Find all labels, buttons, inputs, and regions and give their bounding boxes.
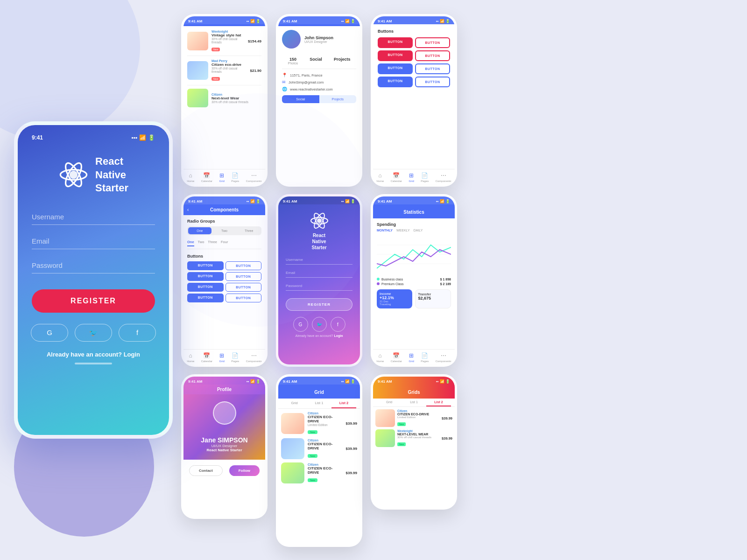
grids-title: Grids [408, 390, 420, 395]
blue-outline-btn-2[interactable]: BUTTON [415, 77, 450, 87]
shop-sub-1: 30% off chill casual threads [211, 37, 245, 44]
btn-nav-calendar[interactable]: 📅Calendar [391, 172, 402, 182]
components-icon-3: ⋯ [441, 172, 446, 179]
grids-tab-grid[interactable]: Grid [377, 399, 402, 406]
blue-solid-btn-2[interactable]: BUTTON [378, 77, 413, 87]
grids-badge-2: New [397, 442, 406, 446]
comp-title: Components [210, 207, 239, 212]
shop-price-1: $154.49 [248, 39, 261, 43]
grids-tab-list1[interactable]: List 1 [402, 399, 426, 406]
profile-company: React Native Starter [183, 448, 265, 452]
password-input[interactable] [32, 258, 155, 273]
comp-nav-pages[interactable]: 📄Pages [231, 352, 239, 363]
app-name: ReactNativeStarter [95, 155, 128, 195]
weekly-tab[interactable]: WEEKLY [396, 229, 410, 232]
daily-tab[interactable]: DAILY [414, 229, 423, 232]
grid-header: Grid [278, 385, 360, 399]
userinfo-name: John Simpson [304, 35, 333, 40]
reg-facebook-button[interactable]: f [331, 317, 345, 332]
profile-header: Profile [183, 385, 265, 394]
grid-item-2: Citizen CITIZEN ECO-DRIVE New $39.99 [281, 438, 357, 459]
grid-tabs: Grid List 1 List 2 [278, 399, 360, 409]
social-buttons: G 🐦 f [31, 324, 156, 342]
btn-nav-pages[interactable]: 📄Pages [421, 172, 429, 182]
pink-outline-btn-2[interactable]: BUTTON [415, 50, 450, 61]
website-text: www.reactnativestarter.com [290, 87, 333, 91]
grid-brand-3: Citizen [308, 463, 343, 466]
grids-header: Grids [373, 385, 455, 399]
grids-brand-1: Citizen [397, 409, 439, 413]
comp-nav-home[interactable]: ⌂Home [187, 352, 194, 363]
monthly-tab[interactable]: MONTHLY [377, 229, 393, 232]
username-input[interactable] [32, 209, 155, 225]
grids-name-1: CITIZEN ECO-DRIVE [397, 413, 439, 416]
pink-solid-btn-2[interactable]: BUTTON [378, 50, 413, 61]
statistics-phone: 9:41 AM ▪▪ 📶 🔋 Statistics Spending MONTH… [371, 194, 457, 367]
income-change: +12.1% [380, 295, 409, 300]
calendar-icon-3: 📅 [393, 172, 400, 179]
facebook-social-button[interactable]: f [119, 324, 156, 342]
stats-nav-components[interactable]: ⋯Components [436, 352, 451, 363]
profile-phone: 9:41 AM ▪▪ 📶 🔋 Profile Jane SIMPSON UI/U… [181, 374, 268, 519]
grid-tab-grid[interactable]: Grid [282, 399, 307, 408]
reg-login-link[interactable]: Login [334, 334, 343, 337]
grid-price-2: $39.99 [346, 447, 357, 451]
btn-nav-home[interactable]: ⌂Home [376, 172, 384, 182]
pages-icon-3: 📄 [421, 172, 428, 179]
stats-nav-pages[interactable]: 📄Pages [421, 352, 429, 363]
grid-name-1: CITIZEN ECO-DRIVE [308, 415, 343, 423]
comp-back-button[interactable]: ‹ [187, 207, 189, 212]
grids-name-2: NEXT-LEVEL WEAR [397, 433, 439, 436]
btn-nav-components[interactable]: ⋯Components [436, 172, 451, 182]
shop-price-2: $21.90 [250, 69, 261, 73]
blue-solid-btn-1[interactable]: BUTTON [378, 63, 413, 74]
btn-nav-grid[interactable]: ⊞Grid [409, 172, 414, 182]
battery-icon: 🔋 [148, 134, 155, 141]
twitter-social-button[interactable]: 🐦 [75, 324, 112, 342]
profile-name: Jane SIMPSON [183, 436, 265, 444]
email-input[interactable] [32, 233, 155, 249]
profile-follow-button[interactable]: Follow [229, 465, 260, 476]
comp-nav-components[interactable]: ⋯Components [246, 352, 262, 363]
profile-time: 9:41 AM [188, 379, 202, 384]
login-link[interactable]: Login [124, 351, 140, 358]
grid-tab-list2[interactable]: List 2 [331, 399, 356, 408]
stats-status-icons: ▪▪ 📶 🔋 [436, 199, 450, 203]
comp-nav-grid[interactable]: ⊞Grid [219, 352, 224, 363]
userinfo-stats: 150 Photos Social Projects [282, 53, 356, 69]
location-row: 📍 11571, Paris, France [282, 73, 356, 77]
stats-nav-grid[interactable]: ⊞Grid [409, 352, 414, 363]
main-status-icons: ▪▪▪ 📶 🔋 [131, 134, 155, 141]
grid-phone: 9:41 AM ▪▪ 📶 🔋 Grid Grid List 1 List 2 C… [276, 374, 362, 547]
grid-info-3: Citizen CITIZEN ECO-DRIVE New [308, 463, 343, 483]
home-icon-3: ⌂ [379, 172, 382, 179]
grid-brand-1: Citizen [308, 412, 343, 415]
stats-nav-calendar[interactable]: 📅Calendar [391, 352, 402, 363]
grid-tab-list1[interactable]: List 1 [307, 399, 331, 408]
website-icon: 🌐 [282, 87, 287, 91]
stats-nav-home[interactable]: ⌂Home [376, 352, 384, 363]
comp-nav-calendar[interactable]: 📅Calendar [201, 352, 212, 363]
profile-contact-button[interactable]: Contact [189, 465, 223, 476]
premium-name: Premium Class [381, 282, 403, 286]
profile-avatar [213, 401, 236, 425]
projects-tab[interactable]: Projects [319, 95, 357, 103]
grids-tab-list2[interactable]: List 2 [426, 399, 451, 406]
stats-status-bar: 9:41 AM ▪▪ 📶 🔋 [373, 196, 455, 204]
svg-point-0 [70, 171, 78, 179]
register-button[interactable]: REGISTER [32, 289, 155, 313]
buttons-phone: 9:41 AM ▪▪ 📶 🔋 Buttons BUTTON BUTTON BUT… [371, 14, 457, 187]
grids-status-bar: 9:41 AM ▪▪ 📶 🔋 [373, 377, 455, 385]
reg-twitter-button[interactable]: 🐦 [312, 317, 327, 332]
blue-outline-btn-1[interactable]: BUTTON [415, 63, 450, 74]
grid-price-3: $39.99 [346, 471, 357, 475]
pink-outline-btn-1[interactable]: BUTTON [415, 37, 450, 48]
google-social-button[interactable]: G [31, 324, 68, 342]
userinfo-avatar-row: John Simpson UI/UX Designer [282, 30, 356, 49]
grids-item-1: Citizen CITIZEN ECO-DRIVE Limited Editio… [375, 409, 452, 427]
reg-social-buttons: G 🐦 f [293, 317, 345, 332]
grid-icon-3: ⊞ [409, 172, 414, 179]
grids-time: 9:41 AM [378, 379, 392, 384]
pink-solid-btn-1[interactable]: BUTTON [378, 37, 413, 48]
userinfo-avatar [282, 30, 301, 49]
